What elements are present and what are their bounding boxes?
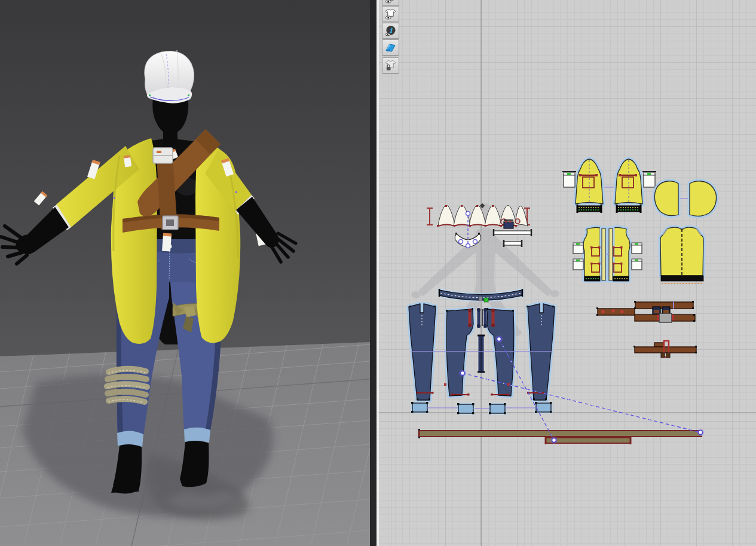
back-hem-band (661, 276, 703, 281)
sleeve-cuff-bands[interactable] (577, 205, 641, 213)
olive-strap-short[interactable] (546, 437, 630, 444)
viewport-3d[interactable] (0, 0, 370, 546)
placket-strip-2[interactable] (609, 228, 613, 280)
gray-buckle[interactable] (659, 313, 672, 322)
tshirt-eye-icon (385, 8, 396, 20)
button-pattern-information[interactable]: i (382, 23, 399, 39)
jacket-pattern-group (562, 159, 717, 283)
cap-pattern-group (427, 203, 531, 248)
application-window: i (0, 0, 756, 546)
ankle-cuff-3[interactable] (490, 404, 505, 413)
ankle-cuff-2[interactable] (458, 404, 473, 413)
cap-sweatband-short[interactable] (504, 240, 522, 247)
jeans-cuff-right (184, 428, 210, 443)
olive-strap-long[interactable] (418, 429, 702, 438)
fabric-icon (385, 42, 396, 53)
cap-sweatband-long[interactable] (494, 229, 531, 236)
scene-3d (0, 0, 370, 546)
fly-strip[interactable] (478, 335, 485, 372)
button-garment-visibility-offscreen[interactable] (382, 0, 399, 6)
info-eye-icon: i (385, 25, 396, 36)
waistband-pin (479, 297, 482, 301)
pattern-canvas (379, 0, 756, 546)
pants-pattern-group (409, 289, 555, 414)
waistband-green-notch (484, 298, 488, 302)
mini-strap[interactable] (654, 343, 664, 347)
placket-strip-1[interactable] (602, 228, 605, 280)
viewport-2d-pattern[interactable]: i (379, 0, 756, 546)
bracket-left[interactable] (427, 208, 433, 225)
panel-divider[interactable] (370, 0, 377, 546)
tshirt-eye-icon (385, 0, 396, 4)
button-fabric[interactable] (382, 39, 399, 56)
bottom-straps-group (418, 429, 702, 444)
button-garment-visibility[interactable] (382, 6, 399, 22)
button-garment-lock[interactable] (382, 57, 399, 74)
ankle-cuff-1[interactable] (412, 403, 427, 412)
ankle-cuff-4[interactable] (536, 403, 551, 412)
strap-long-lower[interactable] (635, 347, 696, 353)
baseball-cap[interactable] (145, 50, 194, 103)
hem-lines (418, 393, 543, 395)
strap-pattern-group (596, 301, 697, 358)
tshirt-lock-icon (385, 60, 396, 71)
